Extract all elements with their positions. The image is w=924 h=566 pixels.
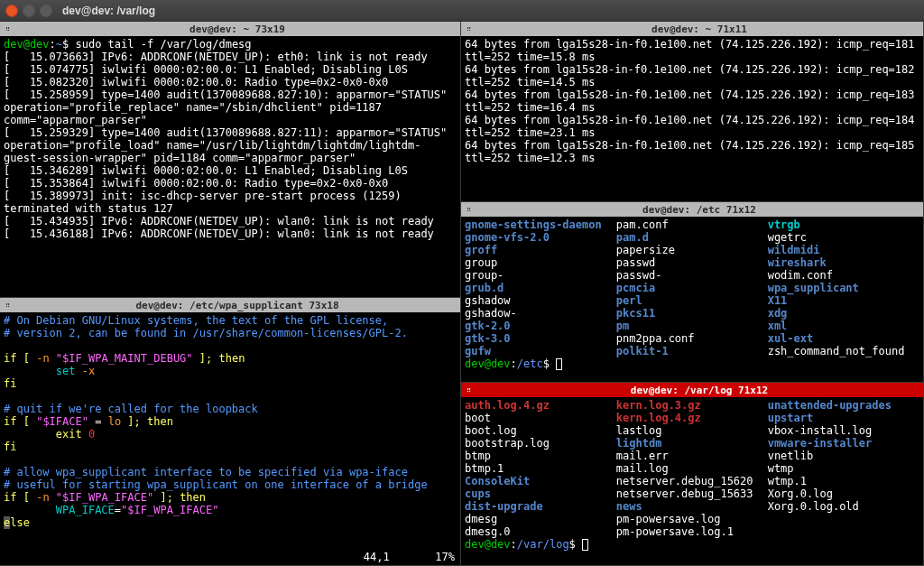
ls-entry: vmware-installer <box>768 437 919 450</box>
ls-entry: auth.log.4.gz <box>465 399 616 412</box>
ls-entry: xul-ext <box>768 332 919 345</box>
window-title: dev@dev: /var/log <box>62 5 155 17</box>
ls-entry: bootstrap.log <box>465 437 616 450</box>
ls-entry: pm-powersave.log.1 <box>616 525 768 538</box>
ls-entry: pkcs11 <box>616 307 768 320</box>
ls-entry: upstart <box>768 412 919 424</box>
ls-entry: dmesg <box>465 513 616 525</box>
ls-entry: gufw <box>465 345 616 357</box>
ls-entry: gtk-3.0 <box>465 332 616 345</box>
ls-entry: boot.log <box>465 424 616 437</box>
ls-entry: vbox-install.log <box>768 424 919 437</box>
ls-entry: gshadow- <box>465 307 616 320</box>
pane-etc-ls[interactable]: ⠿ dev@dev: /etc 71x12 gnome-settings-dae… <box>461 202 924 383</box>
pane-title: dev@dev: /etc/wpa_supplicant 73x18 <box>16 300 458 311</box>
scroll-percent: 17% <box>435 551 455 563</box>
ls-entry: papersize <box>616 244 768 256</box>
ls-entry: lightdm <box>616 437 768 450</box>
ls-entry: wtmp <box>768 462 919 475</box>
maximize-button[interactable] <box>40 5 52 17</box>
ls-entry: kern.log.3.gz <box>616 399 768 412</box>
terminal-output[interactable]: auth.log.4.gzbootboot.logbootstrap.logbt… <box>461 397 923 565</box>
pane-wpa-supplicant[interactable]: ⠿ dev@dev: /etc/wpa_supplicant 73x18 # O… <box>0 298 461 566</box>
editor-output[interactable]: # On Debian GNU/Linux systems, the text … <box>0 312 460 565</box>
workspace: ⠿ dev@dev: ~ 73x19 dev@dev:~$ sudo tail … <box>0 22 924 566</box>
ls-entry: gnome-vfs-2.0 <box>465 231 616 244</box>
pane-header-active[interactable]: ⠿ dev@dev: /var/log 71x12 <box>461 383 923 397</box>
ls-entry: lastlog <box>616 424 768 437</box>
ls-entry: news <box>616 500 768 513</box>
ls-entry: wodim.conf <box>768 269 919 282</box>
ls-entry: pm <box>616 320 768 332</box>
ls-entry: mail.err <box>616 450 768 462</box>
ls-entry: groff <box>465 244 616 256</box>
pane-grip-icon[interactable]: ⠿ <box>463 206 476 213</box>
ls-entry: netserver.debug_15633 <box>616 487 768 500</box>
ls-entry: gshadow <box>465 294 616 307</box>
cursor <box>582 539 588 551</box>
ls-entry: mail.log <box>616 462 768 475</box>
pane-grip-icon[interactable]: ⠿ <box>463 386 476 394</box>
ls-entry: polkit-1 <box>616 345 768 357</box>
ls-entry: gtk-2.0 <box>465 320 616 332</box>
ls-entry: ConsoleKit <box>465 475 616 487</box>
pane-grip-icon[interactable]: ⠿ <box>2 302 14 309</box>
cursor-position: 44,1 <box>364 551 390 563</box>
pane-header[interactable]: ⠿ dev@dev: ~ 73x19 <box>0 22 460 36</box>
ls-entry: zsh_command_not_found <box>768 345 919 357</box>
ls-entry: perl <box>616 294 768 307</box>
pane-header[interactable]: ⠿ dev@dev: /etc/wpa_supplicant 73x18 <box>0 298 460 312</box>
ls-entry: btmp.1 <box>465 462 616 475</box>
ls-entry: pam.conf <box>616 218 768 231</box>
ls-entry: cups <box>465 487 616 500</box>
ls-entry: pm-powersave.log <box>616 513 768 525</box>
pane-header[interactable]: ⠿ dev@dev: ~ 71x11 <box>461 22 923 36</box>
ls-entry: passwd <box>616 256 768 269</box>
ls-entry: wpa_supplicant <box>768 282 919 294</box>
ls-entry: pam.d <box>616 231 768 244</box>
ls-entry: wtmp.1 <box>768 475 919 487</box>
ls-entry: X11 <box>768 294 919 307</box>
ls-entry: group- <box>465 269 616 282</box>
ls-entry: xml <box>768 320 919 332</box>
ls-entry: kern.log.4.gz <box>616 412 768 424</box>
ls-entry: vtrgb <box>768 218 919 231</box>
ls-entry: xdg <box>768 307 919 320</box>
pane-ping[interactable]: ⠿ dev@dev: ~ 71x11 64 bytes from lga15s2… <box>461 22 924 202</box>
pane-grip-icon[interactable]: ⠿ <box>463 25 476 32</box>
ls-entry: unattended-upgrades <box>768 399 919 412</box>
pane-title: dev@dev: /etc 71x12 <box>477 204 921 216</box>
editor-statusline: 44,1 17% <box>364 551 455 563</box>
pane-dmesg[interactable]: ⠿ dev@dev: ~ 73x19 dev@dev:~$ sudo tail … <box>0 22 461 298</box>
ls-entry: Xorg.0.log <box>768 487 919 500</box>
ls-entry: vnetlib <box>768 450 919 462</box>
ls-entry: netserver.debug_15620 <box>616 475 768 487</box>
pane-title: dev@dev: ~ 73x19 <box>16 23 458 35</box>
pane-varlog-ls[interactable]: ⠿ dev@dev: /var/log 71x12 auth.log.4.gzb… <box>461 383 924 566</box>
ls-entry: grub.d <box>465 282 616 294</box>
ls-entry: wgetrc <box>768 231 919 244</box>
minimize-button[interactable] <box>23 5 35 17</box>
ls-entry: btmp <box>465 450 616 462</box>
ls-entry: dmesg.0 <box>465 525 616 538</box>
pane-header[interactable]: ⠿ dev@dev: /etc 71x12 <box>461 202 923 217</box>
close-button[interactable] <box>5 5 18 17</box>
window-titlebar[interactable]: dev@dev: /var/log <box>0 0 924 22</box>
pane-title: dev@dev: ~ 71x11 <box>477 23 921 35</box>
ls-entry: dist-upgrade <box>465 500 616 513</box>
ls-entry: gnome-settings-daemon <box>465 218 616 231</box>
pane-title: dev@dev: /var/log 71x12 <box>477 385 921 396</box>
ls-entry: wireshark <box>768 256 919 269</box>
ls-entry: passwd- <box>616 269 768 282</box>
ls-entry: group <box>465 256 616 269</box>
terminal-output[interactable]: 64 bytes from lga15s28-in-f0.1e100.net (… <box>461 36 923 201</box>
terminal-output[interactable]: dev@dev:~$ sudo tail -f /var/log/dmesg [… <box>0 36 460 297</box>
ls-entry: pcmcia <box>616 282 768 294</box>
ls-entry: wildmidi <box>768 244 919 256</box>
ls-entry: pnm2ppa.conf <box>616 332 768 345</box>
cursor <box>556 358 562 370</box>
ls-entry: Xorg.0.log.old <box>768 500 919 513</box>
terminal-output[interactable]: gnome-settings-daemongnome-vfs-2.0groffg… <box>461 217 923 382</box>
ls-entry: boot <box>465 412 616 424</box>
pane-grip-icon[interactable]: ⠿ <box>2 25 14 32</box>
